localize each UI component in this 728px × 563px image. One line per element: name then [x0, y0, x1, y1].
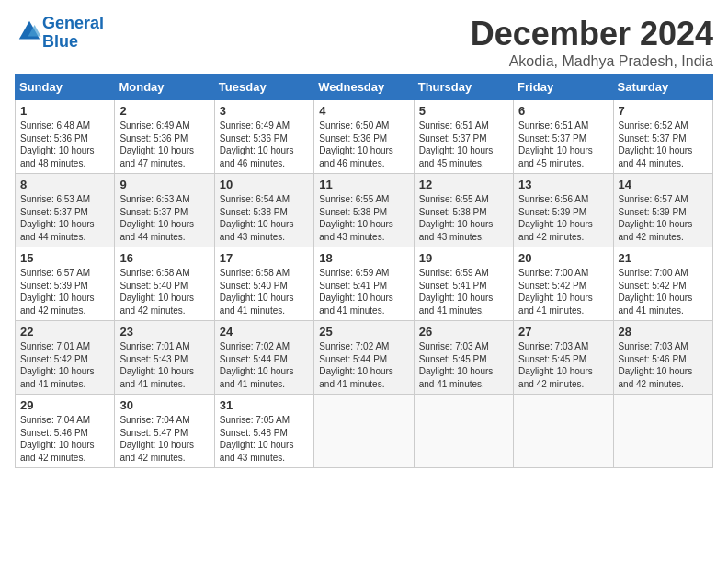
col-friday: Friday [514, 75, 613, 100]
day-detail: Sunrise: 6:52 AMSunset: 5:37 PMDaylight:… [619, 121, 693, 168]
day-detail: Sunrise: 6:54 AMSunset: 5:38 PMDaylight:… [220, 194, 294, 242]
day-detail: Sunrise: 6:59 AMSunset: 5:41 PMDaylight:… [319, 268, 393, 316]
table-row: 5 Sunrise: 6:51 AMSunset: 5:37 PMDayligh… [414, 100, 513, 174]
table-row: 29 Sunrise: 7:04 AMSunset: 5:46 PMDaylig… [16, 395, 115, 468]
col-saturday: Saturday [613, 75, 712, 100]
table-row: 8 Sunrise: 6:53 AMSunset: 5:37 PMDayligh… [16, 174, 115, 247]
col-monday: Monday [115, 75, 214, 100]
table-row: 31 Sunrise: 7:05 AMSunset: 5:48 PMDaylig… [214, 395, 313, 468]
table-row: 21 Sunrise: 7:00 AMSunset: 5:42 PMDaylig… [613, 247, 712, 321]
title-area: December 2024 Akodia, Madhya Pradesh, In… [471, 15, 713, 70]
week-row: 8 Sunrise: 6:53 AMSunset: 5:37 PMDayligh… [16, 174, 713, 247]
day-detail: Sunrise: 6:53 AMSunset: 5:37 PMDaylight:… [20, 194, 95, 242]
table-row: 28 Sunrise: 7:03 AMSunset: 5:46 PMDaylig… [613, 321, 712, 395]
table-row: 11 Sunrise: 6:55 AMSunset: 5:38 PMDaylig… [314, 174, 414, 247]
table-row: 18 Sunrise: 6:59 AMSunset: 5:41 PMDaylig… [314, 247, 414, 321]
day-detail: Sunrise: 7:00 AMSunset: 5:42 PMDaylight:… [619, 268, 693, 316]
day-detail: Sunrise: 6:53 AMSunset: 5:37 PMDaylight:… [119, 194, 194, 242]
calendar-body: 1 Sunrise: 6:48 AMSunset: 5:36 PMDayligh… [16, 100, 713, 468]
day-detail: Sunrise: 6:58 AMSunset: 5:40 PMDaylight:… [220, 268, 294, 316]
table-row: 23 Sunrise: 7:01 AMSunset: 5:43 PMDaylig… [115, 321, 214, 395]
day-number: 25 [319, 325, 408, 339]
day-number: 13 [518, 178, 608, 191]
week-row: 22 Sunrise: 7:01 AMSunset: 5:42 PMDaylig… [16, 321, 713, 395]
table-row [414, 395, 513, 468]
logo-general: General [42, 14, 104, 32]
day-detail: Sunrise: 7:05 AMSunset: 5:48 PMDaylight:… [220, 415, 294, 463]
day-number: 4 [319, 104, 408, 118]
day-detail: Sunrise: 7:04 AMSunset: 5:47 PMDaylight:… [119, 415, 194, 463]
header-row: Sunday Monday Tuesday Wednesday Thursday… [16, 75, 713, 100]
day-detail: Sunrise: 6:55 AMSunset: 5:38 PMDaylight:… [319, 194, 393, 242]
table-row [314, 395, 414, 468]
table-row: 12 Sunrise: 6:55 AMSunset: 5:38 PMDaylig… [414, 174, 513, 247]
day-number: 24 [220, 325, 309, 339]
table-row: 16 Sunrise: 6:58 AMSunset: 5:40 PMDaylig… [115, 247, 214, 321]
day-number: 15 [20, 251, 109, 265]
week-row: 1 Sunrise: 6:48 AMSunset: 5:36 PMDayligh… [16, 100, 713, 174]
logo-icon [17, 18, 42, 44]
table-row [514, 395, 613, 468]
day-number: 17 [220, 251, 309, 265]
day-detail: Sunrise: 6:49 AMSunset: 5:36 PMDaylight:… [220, 121, 294, 168]
calendar-title: December 2024 [471, 15, 713, 53]
day-detail: Sunrise: 7:04 AMSunset: 5:46 PMDaylight:… [20, 415, 95, 463]
logo: General Blue [15, 15, 104, 52]
week-row: 29 Sunrise: 7:04 AMSunset: 5:46 PMDaylig… [16, 395, 713, 468]
table-row: 27 Sunrise: 7:03 AMSunset: 5:45 PMDaylig… [514, 321, 613, 395]
table-row: 6 Sunrise: 6:51 AMSunset: 5:37 PMDayligh… [514, 100, 613, 174]
calendar-table: Sunday Monday Tuesday Wednesday Thursday… [15, 74, 713, 468]
col-tuesday: Tuesday [214, 75, 313, 100]
table-row: 1 Sunrise: 6:48 AMSunset: 5:36 PMDayligh… [16, 100, 115, 174]
col-thursday: Thursday [414, 75, 513, 100]
day-detail: Sunrise: 6:49 AMSunset: 5:36 PMDaylight:… [119, 121, 194, 168]
day-number: 22 [20, 325, 109, 339]
day-number: 23 [119, 325, 209, 339]
table-row [613, 395, 712, 468]
day-number: 30 [119, 398, 209, 412]
table-row: 19 Sunrise: 6:59 AMSunset: 5:41 PMDaylig… [414, 247, 513, 321]
table-row: 25 Sunrise: 7:02 AMSunset: 5:44 PMDaylig… [314, 321, 414, 395]
table-row: 14 Sunrise: 6:57 AMSunset: 5:39 PMDaylig… [613, 174, 712, 247]
day-detail: Sunrise: 7:03 AMSunset: 5:45 PMDaylight:… [518, 341, 593, 389]
table-row: 3 Sunrise: 6:49 AMSunset: 5:36 PMDayligh… [214, 100, 313, 174]
table-row: 22 Sunrise: 7:01 AMSunset: 5:42 PMDaylig… [16, 321, 115, 395]
day-detail: Sunrise: 6:48 AMSunset: 5:36 PMDaylight:… [20, 121, 95, 168]
day-detail: Sunrise: 6:57 AMSunset: 5:39 PMDaylight:… [20, 268, 95, 316]
day-number: 3 [220, 104, 309, 118]
col-wednesday: Wednesday [314, 75, 414, 100]
table-row: 2 Sunrise: 6:49 AMSunset: 5:36 PMDayligh… [115, 100, 214, 174]
day-number: 12 [419, 178, 508, 191]
table-row: 26 Sunrise: 7:03 AMSunset: 5:45 PMDaylig… [414, 321, 513, 395]
day-number: 20 [518, 251, 608, 265]
table-row: 20 Sunrise: 7:00 AMSunset: 5:42 PMDaylig… [514, 247, 613, 321]
day-number: 6 [518, 104, 608, 118]
day-detail: Sunrise: 7:02 AMSunset: 5:44 PMDaylight:… [319, 341, 393, 389]
day-detail: Sunrise: 7:01 AMSunset: 5:42 PMDaylight:… [20, 341, 95, 389]
day-detail: Sunrise: 7:03 AMSunset: 5:46 PMDaylight:… [619, 341, 693, 389]
day-number: 11 [319, 178, 408, 191]
table-row: 30 Sunrise: 7:04 AMSunset: 5:47 PMDaylig… [115, 395, 214, 468]
day-detail: Sunrise: 7:02 AMSunset: 5:44 PMDaylight:… [220, 341, 294, 389]
calendar-subtitle: Akodia, Madhya Pradesh, India [471, 53, 713, 70]
day-detail: Sunrise: 6:50 AMSunset: 5:36 PMDaylight:… [319, 121, 393, 168]
day-number: 16 [119, 251, 209, 265]
day-number: 27 [518, 325, 608, 339]
day-detail: Sunrise: 6:51 AMSunset: 5:37 PMDaylight:… [419, 121, 494, 168]
day-detail: Sunrise: 7:01 AMSunset: 5:43 PMDaylight:… [119, 341, 194, 389]
table-row: 7 Sunrise: 6:52 AMSunset: 5:37 PMDayligh… [613, 100, 712, 174]
table-row: 24 Sunrise: 7:02 AMSunset: 5:44 PMDaylig… [214, 321, 313, 395]
day-detail: Sunrise: 6:57 AMSunset: 5:39 PMDaylight:… [619, 194, 693, 242]
day-number: 7 [619, 104, 708, 118]
day-detail: Sunrise: 7:00 AMSunset: 5:42 PMDaylight:… [518, 268, 593, 316]
day-number: 5 [419, 104, 508, 118]
day-number: 10 [220, 178, 309, 191]
day-number: 2 [119, 104, 209, 118]
logo-text: General Blue [42, 15, 104, 52]
day-number: 18 [319, 251, 408, 265]
col-sunday: Sunday [16, 75, 115, 100]
day-number: 8 [20, 178, 109, 191]
header: General Blue December 2024 Akodia, Madhy… [15, 15, 713, 70]
day-detail: Sunrise: 6:56 AMSunset: 5:39 PMDaylight:… [518, 194, 593, 242]
table-row: 15 Sunrise: 6:57 AMSunset: 5:39 PMDaylig… [16, 247, 115, 321]
